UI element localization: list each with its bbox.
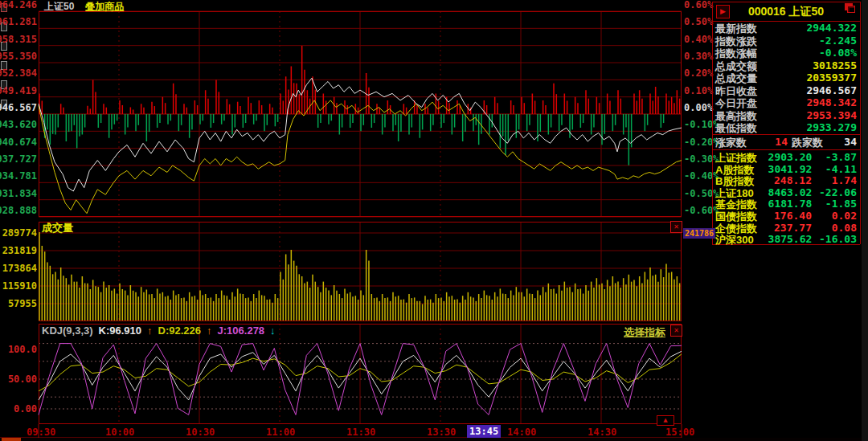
index-quote-row[interactable]: A股指数 3041.92 -4.11: [715, 163, 857, 175]
stat-label: 今日开盘: [715, 96, 757, 109]
stat-label: 最低指数: [715, 121, 757, 134]
index-change: 0.02: [812, 210, 857, 222]
quote-stat-row: 今日开盘 2948.342: [715, 96, 857, 109]
volume-close-button[interactable]: ✕: [670, 221, 682, 233]
status-bar-marker: [2, 438, 21, 441]
stat-label: 总成交量: [715, 71, 757, 84]
sidebar-divider: [712, 134, 860, 135]
index-name: 上证指数: [715, 151, 768, 163]
price-axis-label: 2964.246: [0, 0, 37, 10]
kdj-axis-label: 0.00: [14, 404, 37, 414]
sidebar-border: [860, 2, 861, 244]
sidebar-title: 000016 上证50: [712, 5, 860, 19]
time-axis-label: 11:00: [266, 427, 295, 438]
stat-value: 3018255: [757, 59, 857, 72]
index-change: -22.06: [812, 186, 857, 198]
time-axis-label: 14:00: [507, 427, 536, 438]
stat-value: -0.08%: [757, 47, 857, 59]
index-quote-row[interactable]: 国债指数 176.40 0.02: [715, 210, 857, 222]
index-change: 0.08: [812, 222, 857, 234]
right-toolbar-strip: [862, 0, 868, 441]
kdj-close-button[interactable]: ✕: [670, 325, 682, 337]
index-value: 176.40: [768, 210, 812, 222]
expand-up-button[interactable]: ▲: [657, 415, 674, 426]
main-chart-header: 上证50叠加商品: [44, 0, 124, 14]
quote-stat-row: 总成交量 20359377: [715, 71, 857, 84]
select-indicator-link[interactable]: 选择指标: [624, 325, 665, 340]
time-axis-label: 15:00: [665, 427, 694, 438]
price-axis-label: 2949.419: [0, 86, 37, 96]
index-value: 3041.92: [768, 163, 813, 175]
percent-axis-label: 0.00%: [684, 103, 713, 112]
decliners-label: 跌家数: [792, 136, 823, 149]
percent-axis-label: 0.10%: [684, 86, 713, 96]
volume-axis-label: 231819: [2, 246, 37, 255]
stat-label: 昨日收盘: [715, 84, 757, 97]
stat-label: 指数涨幅: [715, 47, 757, 59]
index-quote-row[interactable]: B股指数 248.12 1.74: [715, 174, 857, 186]
price-axis-label: 2937.727: [0, 154, 37, 164]
quote-stat-row: 最低指数 2933.279: [715, 121, 857, 134]
time-axis-label: 13:30: [427, 427, 456, 438]
price-axis-label: 2955.350: [0, 51, 37, 61]
percent-axis-label: 0.60%: [684, 0, 713, 10]
index-value: 8463.02: [768, 186, 813, 198]
restore-window-icon[interactable]: [847, 6, 855, 13]
index-quote-row[interactable]: 企债指数 237.77 0.08: [715, 222, 857, 234]
index-quote-row[interactable]: 上证指数 2903.20 -3.87: [715, 151, 857, 163]
trading-app-window: 上证50叠加商品 2964.2462961.2812958.3152955.35…: [0, 0, 868, 441]
volume-axis-label: 57955: [8, 299, 37, 308]
quote-stat-row: 昨日收盘 2946.567: [715, 84, 857, 97]
index-change: -1.85: [812, 198, 857, 210]
time-axis-label: 13:45: [467, 425, 501, 438]
index-name: 基金指数: [715, 198, 768, 210]
index-quote-row[interactable]: 沪深300 3875.62 -16.03: [715, 233, 857, 245]
index-name: 企债指数: [715, 222, 768, 234]
kdj-j-value: J:106.278: [218, 325, 265, 337]
stock-name: 上证50: [789, 5, 825, 18]
quote-sidebar: ▶ 000016 上证50 最新指数 2944.322 指数涨跌 -2.245: [712, 0, 861, 441]
index-value: 6181.78: [768, 198, 813, 210]
kdj-axis-label: 100.0: [8, 345, 37, 354]
quote-stat-row: 最新指数 2944.322: [715, 22, 857, 35]
index-value: 237.77: [768, 222, 812, 234]
price-axis-label: 2961.281: [0, 17, 37, 27]
price-axis-label: 2958.315: [0, 35, 37, 44]
stat-value: 2944.322: [757, 22, 857, 35]
decliners-count: 34: [823, 136, 857, 149]
price-axis-label: 2934.781: [0, 171, 37, 181]
time-axis-label: 11:30: [346, 427, 375, 438]
percent-axis-label: 0.40%: [684, 35, 713, 44]
kdj-axis: 100.050.000.00: [0, 345, 37, 414]
index-name: 沪深300: [715, 233, 768, 245]
stat-value: 20359377: [757, 71, 857, 84]
price-axis-label: 2928.888: [0, 206, 37, 215]
index-quote-row[interactable]: 基金指数 6181.78 -1.85: [715, 198, 857, 210]
index-name: 国债指数: [715, 210, 768, 222]
volume-axis-label: 289774: [2, 228, 37, 238]
price-axis-left: 2964.2462961.2812958.3152955.3502952.384…: [0, 0, 37, 215]
index-change: -4.11: [812, 163, 857, 175]
index-quote-row[interactable]: 上证180 8463.02 -22.06: [715, 186, 857, 198]
volume-panel-title: 成交量: [42, 221, 73, 235]
volume-axis-label: 173864: [2, 263, 37, 273]
sidebar-header: ▶ 000016 上证50: [712, 2, 860, 21]
index-value: 2903.20: [768, 151, 813, 163]
kdj-label: KDJ(9,3,3): [42, 325, 93, 337]
overlay-commodity-link[interactable]: 叠加商品: [85, 1, 124, 12]
price-axis-label: 2943.620: [0, 120, 37, 129]
kdj-d-value: D:92.226: [158, 325, 201, 337]
index-name: 上证180: [715, 186, 768, 198]
stat-label: 指数涨跌: [715, 35, 757, 47]
stat-value: -2.245: [757, 35, 857, 47]
time-axis-label: 10:00: [105, 427, 134, 438]
percent-axis-label: 0.20%: [684, 68, 713, 78]
index-value: 3875.62: [768, 233, 813, 245]
index-change: -3.87: [812, 151, 857, 163]
arrow-up-icon: ↑: [207, 325, 212, 337]
stat-value: 2946.567: [757, 84, 857, 97]
index-change: 1.74: [812, 174, 857, 186]
index-change: -16.03: [812, 233, 857, 245]
volume-axis: 28977423181917386411591057955: [0, 228, 37, 308]
volume-axis-label: 115910: [2, 281, 37, 291]
